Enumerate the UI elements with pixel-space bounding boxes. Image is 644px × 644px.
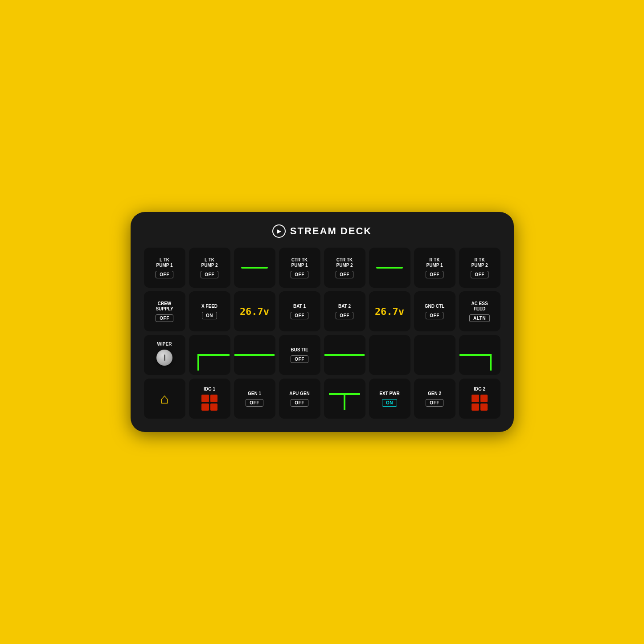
idg-grid-cell [201, 404, 209, 411]
button-label-r1-c3: BAT 1 [293, 304, 306, 309]
button-status-r3-c5: ON [382, 399, 397, 407]
button-r0-c7[interactable]: R TKPUMP 2OFF [459, 248, 500, 288]
idg-grid-icon [201, 395, 217, 411]
button-r1-c7[interactable]: AC ESSFEEDALTN [459, 291, 500, 331]
button-label-r0-c0: L TKPUMP 1 [156, 257, 172, 268]
button-status-r0-c7: OFF [471, 271, 488, 278]
bus-corner-br-r2-c7 [459, 335, 500, 375]
bus-hfull-r2-c4 [324, 335, 365, 375]
button-r1-c3[interactable]: BAT 1OFF [279, 291, 320, 331]
button-r3-c5[interactable]: EXT PWRON [369, 379, 410, 419]
button-label-r1-c1: X FEED [201, 304, 217, 309]
idg-grid-icon [472, 395, 488, 411]
bus-tie-status: OFF [291, 355, 308, 363]
button-status-r0-c4: OFF [336, 271, 353, 278]
button-label-r0-c7: R TKPUMP 2 [471, 257, 488, 268]
bus-hfull-svg [234, 335, 275, 375]
button-status-r3-c2: OFF [246, 399, 263, 407]
button-r0-c1[interactable]: L TKPUMP 2OFF [189, 248, 230, 288]
button-status-r3-c3: OFF [291, 399, 308, 407]
deck-header: STREAM DECK [144, 224, 500, 238]
button-r3-c3[interactable]: APU GENOFF [279, 379, 320, 419]
idg-grid-cell [472, 404, 479, 411]
button-status-r1-c3: OFF [291, 312, 308, 319]
idg-label: IDG 1 [204, 387, 215, 392]
stream-deck-title: STREAM DECK [290, 225, 372, 237]
idg-button-r3-c1[interactable]: IDG 1 [189, 379, 230, 419]
button-status-r1-c4: OFF [336, 312, 353, 319]
button-r0-c6[interactable]: R TKPUMP 1OFF [414, 248, 455, 288]
idg-grid-cell [480, 404, 488, 411]
button-label-r3-c3: APU GEN [289, 391, 310, 396]
wiper-knob[interactable] [156, 350, 172, 366]
bus-hfull-svg [324, 335, 365, 375]
button-r1-c4[interactable]: BAT 2OFF [324, 291, 365, 331]
voltage-display-r1-c2: 26.7v [234, 291, 275, 331]
voltage-value: 26.7v [240, 306, 269, 317]
button-status-r1-c7: ALTN [469, 314, 490, 322]
idg-grid-cell [472, 395, 479, 402]
button-r3-c2[interactable]: GEN 1OFF [234, 379, 275, 419]
empty-cell-r2-c5 [369, 335, 410, 375]
button-status-r0-c6: OFF [426, 271, 443, 278]
stream-deck-panel: STREAM DECK L TKPUMP 1OFFL TKPUMP 2OFFCT… [131, 212, 514, 432]
empty-cell-r2-c6 [414, 335, 455, 375]
button-r1-c6[interactable]: GND CTLOFF [414, 291, 455, 331]
button-label-r0-c4: CTR TKPUMP 2 [336, 257, 353, 268]
hline-r0-c5 [369, 248, 410, 288]
button-label-r0-c6: R TKPUMP 1 [426, 257, 443, 268]
wiper-label: WIPER [157, 342, 172, 347]
button-status-r1-c6: OFF [426, 312, 443, 319]
button-label-r1-c6: GND CTL [425, 304, 444, 309]
button-r3-c6[interactable]: GEN 2OFF [414, 379, 455, 419]
horizontal-line [376, 267, 403, 269]
idg-grid-cell [201, 395, 209, 402]
bus-corner-br-svg [459, 335, 500, 375]
idg-button-r3-c7[interactable]: IDG 2 [459, 379, 500, 419]
bus-tie-label: BUS TIE [291, 347, 308, 353]
button-r1-c1[interactable]: X FEEDON [189, 291, 230, 331]
button-status-r0-c3: OFF [291, 271, 308, 278]
voltage-value: 26.7v [375, 306, 404, 317]
button-r0-c3[interactable]: CTR TKPUMP 1OFF [279, 248, 320, 288]
button-status-r1-c1: ON [202, 312, 217, 319]
apu-power-tshape [324, 379, 365, 419]
button-label-r1-c4: BAT 2 [338, 304, 351, 309]
stream-deck-logo-icon [272, 224, 286, 238]
bus-tie-button[interactable]: BUS TIEOFF [279, 335, 320, 375]
bus-hfull-r2-c2 [234, 335, 275, 375]
button-status-r3-c6: OFF [426, 399, 443, 407]
idg-grid-cell [480, 395, 488, 402]
bus-corner-bl-r2-c1 [189, 335, 230, 375]
button-r0-c4[interactable]: CTR TKPUMP 2OFF [324, 248, 365, 288]
horizontal-line [241, 267, 268, 269]
voltage-display-r1-c5: 26.7v [369, 291, 410, 331]
button-label-r0-c3: CTR TKPUMP 1 [291, 257, 308, 268]
button-r0-c0[interactable]: L TKPUMP 1OFF [144, 248, 185, 288]
button-label-r1-c7: AC ESSFEED [471, 301, 488, 312]
idg-grid-cell [210, 395, 218, 402]
idg-label: IDG 2 [474, 387, 485, 392]
button-grid: L TKPUMP 1OFFL TKPUMP 2OFFCTR TKPUMP 1OF… [144, 248, 500, 419]
button-label-r0-c1: L TKPUMP 2 [201, 257, 217, 268]
button-label-r1-c0: CREWSUPPLY [156, 301, 173, 312]
bus-line-svg [189, 335, 230, 375]
idg-grid-cell [210, 404, 218, 411]
home-icon: ⌂ [160, 391, 168, 407]
button-status-r1-c0: OFF [156, 314, 173, 322]
button-status-r0-c1: OFF [201, 271, 218, 278]
tshape-svg [324, 379, 365, 419]
button-label-r3-c6: GEN 2 [428, 391, 441, 396]
button-label-r3-c2: GEN 1 [248, 391, 261, 396]
button-status-r0-c0: OFF [156, 271, 173, 278]
hline-r0-c2 [234, 248, 275, 288]
button-r1-c0[interactable]: CREWSUPPLYOFF [144, 291, 185, 331]
button-label-r3-c5: EXT PWR [379, 391, 400, 396]
wiper-button[interactable]: WIPER [144, 335, 185, 375]
home-button[interactable]: ⌂ [144, 379, 185, 419]
